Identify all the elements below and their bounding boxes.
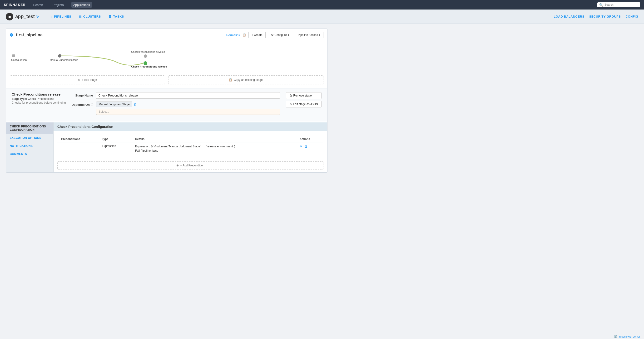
config-node[interactable] xyxy=(12,54,15,57)
trash-icon: 🗑 xyxy=(290,94,292,97)
info-icon: ⓘ xyxy=(91,103,93,106)
pipeline-actions-label: Pipeline Actions xyxy=(298,33,318,37)
depends-on-value: Manual Judgment Stage 🗑 Select... xyxy=(96,101,280,115)
add-precondition-icon: ⊕ xyxy=(176,164,179,167)
config-main-header: Check Preconditions Configuration xyxy=(54,122,327,131)
nav-applications[interactable]: Applications xyxy=(72,2,92,7)
stages-svg: Configuration Manual Judgment Stage Chec… xyxy=(10,46,324,70)
edit-json-button[interactable]: ⚙ Edit stage as JSON xyxy=(286,101,322,107)
refresh-icon[interactable]: ↻ xyxy=(36,15,39,18)
edit-icon[interactable]: ✏ xyxy=(300,144,302,148)
clusters-icon: ⊞ xyxy=(79,15,82,18)
sidebar-item-execution-options[interactable]: EXECUTION OPTIONS xyxy=(6,134,53,142)
search-input[interactable] xyxy=(604,3,638,6)
add-precondition-button[interactable]: ⊕ + Add Precondition xyxy=(57,161,324,169)
global-search[interactable]: 🔍 xyxy=(597,2,640,7)
pipeline-card: ● first_pipeline Permalink 📋 + Create ⚙ … xyxy=(6,28,328,173)
add-precondition-label: + Add Precondition xyxy=(180,164,204,167)
brand-logo: SPINNAKER xyxy=(4,3,26,7)
depends-select[interactable]: Select... xyxy=(96,109,280,115)
svg-text:Check Preconditions release: Check Preconditions release xyxy=(131,65,167,68)
stage-detail: Check Preconditions release Stage type: … xyxy=(6,88,327,121)
remove-stage-button[interactable]: 🗑 Remove stage xyxy=(286,92,322,99)
nav-pipelines[interactable]: ≡ PIPELINES xyxy=(47,13,75,20)
stage-name-label: Stage Name xyxy=(72,92,93,97)
stage-actions: ⊕ + Add stage 📋 Copy an existing stage xyxy=(6,75,327,88)
nav-clusters-label: CLUSTERS xyxy=(83,15,101,18)
nav-pipelines-label: PIPELINES xyxy=(54,15,71,18)
pipeline-header: ● first_pipeline Permalink 📋 + Create ⚙ … xyxy=(6,29,327,41)
col-actions: Actions xyxy=(296,135,324,142)
actions-cell: ✏ 🗑 xyxy=(296,142,324,155)
configure-button[interactable]: ⚙ Configure ▾ xyxy=(268,32,292,38)
col-details: Details xyxy=(131,135,296,142)
table-row: Expression Expression: ${ #judgment('Man… xyxy=(57,142,324,155)
sidebar-item-check-preconditions[interactable]: CHECK PRECONDITIONS CONFIGURATION xyxy=(6,122,53,134)
pipeline-actions-button[interactable]: Pipeline Actions ▾ xyxy=(295,32,324,38)
stage-detail-right: 🗑 Remove stage ⚙ Edit stage as JSON xyxy=(286,92,322,118)
details-cell: Expression: ${ #judgment('Manual Judgmen… xyxy=(131,142,296,155)
search-icon: 🔍 xyxy=(599,3,603,7)
svg-text:Configuration: Configuration xyxy=(11,58,27,61)
stage-detail-left: Check Preconditions release Stage type: … xyxy=(12,92,66,118)
pipeline-header-right: Permalink 📋 + Create ⚙ Configure ▾ Pipel… xyxy=(226,32,324,38)
load-balancers-link[interactable]: LOAD BALANCERS xyxy=(554,15,584,18)
manual-judgment-node[interactable] xyxy=(58,54,62,57)
app-icon: ⏹ xyxy=(6,13,13,20)
preconditions-cell xyxy=(57,142,98,155)
nav-search[interactable]: Search xyxy=(31,2,45,7)
svg-text:Manual Judgment Stage: Manual Judgment Stage xyxy=(50,58,78,61)
config-sidebar: CHECK PRECONDITIONS CONFIGURATION EXECUT… xyxy=(6,122,54,172)
action-icons: ✏ 🗑 xyxy=(300,144,320,148)
config-main: Check Preconditions Configuration Precon… xyxy=(54,122,327,172)
configure-chevron: ▾ xyxy=(288,33,289,37)
check-precond-release-node[interactable] xyxy=(144,61,147,65)
check-precond-develop-node[interactable] xyxy=(144,54,147,58)
sidebar-item-comments[interactable]: COMMENTS xyxy=(6,150,53,158)
edit-json-label: Edit stage as JSON xyxy=(293,102,318,106)
copy-stage-button[interactable]: 📋 Copy an existing stage xyxy=(168,75,324,84)
fail-pipeline-text: Fail Pipeline: false xyxy=(135,149,292,153)
stage-desc: Checks for preconditions before continui… xyxy=(12,101,66,104)
configure-label: ⚙ Configure xyxy=(271,33,287,37)
permalink-link[interactable]: Permalink xyxy=(226,33,240,37)
security-groups-link[interactable]: SECURITY GROUPS xyxy=(589,15,621,18)
depends-tag: Manual Judgment Stage xyxy=(96,101,132,107)
nav-tasks[interactable]: ☰ TASKS xyxy=(105,13,128,20)
config-link[interactable]: CONFIG xyxy=(626,15,638,18)
nav-clusters[interactable]: ⊞ CLUSTERS xyxy=(75,13,105,20)
app-bar-nav: ≡ PIPELINES ⊞ CLUSTERS ☰ TASKS xyxy=(47,13,128,20)
type-cell: Expression xyxy=(98,142,131,155)
col-type: Type xyxy=(98,135,131,142)
delete-icon[interactable]: 🗑 xyxy=(304,144,308,148)
config-table: Preconditions Type Details Actions Expre… xyxy=(54,131,327,159)
nav-projects[interactable]: Projects xyxy=(51,2,66,7)
depends-on-label: Depends On ⓘ xyxy=(72,101,93,107)
svg-text:Check Preconditions develop: Check Preconditions develop xyxy=(131,50,165,53)
nav-tasks-label: TASKS xyxy=(113,15,124,18)
expression-text: Expression: ${ #judgment('Manual Judgmen… xyxy=(135,144,292,149)
sidebar-item-notifications[interactable]: NOTIFICATIONS xyxy=(6,142,53,150)
gear-icon: ⚙ xyxy=(290,102,292,106)
stage-name-input[interactable] xyxy=(96,92,280,99)
add-stage-button[interactable]: ⊕ + Add stage xyxy=(10,75,165,84)
depends-trash-icon[interactable]: 🗑 xyxy=(134,102,137,106)
stage-type-label: Stage type: Check Preconditions xyxy=(12,97,66,101)
preconditions-table: Preconditions Type Details Actions Expre… xyxy=(57,135,324,155)
copy-icon: 📋 xyxy=(242,33,246,37)
remove-stage-label: Remove stage xyxy=(293,94,312,97)
expression-detail: Expression: ${ #judgment('Manual Judgmen… xyxy=(135,144,292,153)
pipelines-icon: ≡ xyxy=(50,15,52,18)
copy-stage-icon: 📋 xyxy=(229,78,232,81)
pipeline-name: first_pipeline xyxy=(16,32,42,37)
top-nav: SPINNAKER Search Projects Applications 🔍 xyxy=(0,0,644,9)
pipeline-stages: Configuration Manual Judgment Stage Chec… xyxy=(6,41,327,75)
col-preconditions: Preconditions xyxy=(57,135,98,142)
copy-stage-label: Copy an existing stage xyxy=(234,78,262,81)
stage-name-row: Stage Name xyxy=(72,92,280,99)
main-content: ● first_pipeline Permalink 📋 + Create ⚙ … xyxy=(0,24,333,182)
stage-detail-center: Stage Name Depends On ⓘ Manual Judgment … xyxy=(72,92,280,118)
app-bar: ⏹ app_test ↻ ≡ PIPELINES ⊞ CLUSTERS ☰ TA… xyxy=(0,9,644,24)
config-panel: CHECK PRECONDITIONS CONFIGURATION EXECUT… xyxy=(6,122,327,172)
create-button[interactable]: + Create xyxy=(248,32,266,38)
